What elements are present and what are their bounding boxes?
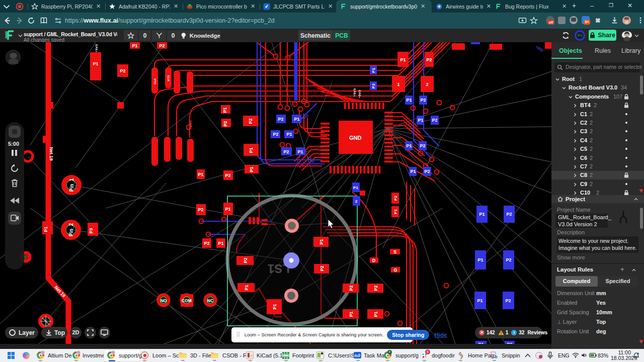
svg-text:GND: GND [349,135,362,141]
svg-text:P1: P1 [479,212,485,217]
svg-text:P1: P1 [319,239,324,244]
svg-text:P1: P1 [406,98,412,103]
svg-text:P2: P2 [159,43,165,48]
svg-text:P1: P1 [349,311,354,317]
svg-text:P2: P2 [420,143,425,148]
svg-text:NO: NO [160,298,167,303]
svg-text:2: 2 [426,82,428,87]
svg-text:P1: P1 [297,149,303,154]
svg-text:P2: P2 [120,68,125,73]
svg-text:P2: P2 [225,173,230,178]
svg-text:P2: P2 [420,98,426,103]
svg-text:P1: P1 [373,311,378,317]
svg-text:P2: P2 [432,118,437,123]
svg-text:P2: P2 [243,257,248,263]
svg-text:CLK: CLK [167,75,170,82]
svg-text:P1: P1 [272,304,277,309]
svg-text:P2: P2 [248,118,253,124]
svg-text:P2: P2 [198,207,203,212]
svg-text:Net 19: Net 19 [53,285,66,299]
svg-text:P2: P2 [273,132,278,137]
svg-text:P1: P1 [410,169,416,174]
svg-text:P1: P1 [43,226,48,232]
svg-text:EAE+: EAE+ [353,88,356,97]
svg-text:P3: P3 [89,228,94,233]
svg-text:EAE+: EAE+ [95,44,98,52]
svg-text:P2: P2 [506,257,511,262]
svg-text:P1: P1 [225,207,230,212]
svg-text:NC: NC [207,298,213,303]
svg-text:D: D [372,258,376,263]
svg-text:P2: P2 [373,285,378,291]
svg-text:P2: P2 [319,265,325,271]
svg-text:P1: P1 [132,43,137,48]
svg-text:P1: P1 [249,166,254,172]
svg-text:P2: P2 [426,57,432,62]
svg-text:P1: P1 [353,186,358,190]
svg-text:GND: GND [189,120,192,127]
svg-text:P1: P1 [477,257,483,262]
svg-text:P1: P1 [249,147,254,153]
svg-text:P1: P1 [393,209,398,214]
svg-text:P1: P1 [286,132,292,137]
svg-text:P2: P2 [204,241,209,246]
svg-text:P2: P2 [393,196,398,201]
svg-text:P2: P2 [223,121,228,126]
svg-text:P2: P2 [283,149,289,154]
svg-text:S: S [393,249,396,254]
svg-text:P1: P1 [222,107,227,113]
svg-text:P2: P2 [278,117,283,122]
svg-text:P1: P1 [218,241,223,246]
svg-text:G: G [393,267,397,273]
svg-text:P1: P1 [198,172,203,177]
svg-text:EAE+: EAE+ [358,90,361,98]
svg-text:COM: COM [182,298,192,303]
svg-text:Pin_2: Pin_2 [68,223,74,236]
svg-text:P2: P2 [349,285,354,291]
svg-text:P1: P1 [244,285,249,290]
svg-text:P2: P2 [505,298,511,303]
svg-text:P1: P1 [294,117,299,122]
svg-text:P1: P1 [400,57,406,62]
svg-text:P1: P1 [371,68,376,73]
svg-text:P2: P2 [424,169,430,174]
svg-text:P1: P1 [406,143,412,148]
svg-text:Net 19: Net 19 [49,147,54,160]
svg-text:P1: P1 [418,118,423,123]
svg-text:+3V3: +3V3 [535,45,544,52]
svg-text:Pin_1: Pin_1 [69,178,74,192]
svg-text:VTC: VTC [153,78,156,85]
svg-text:P2: P2 [371,83,376,88]
svg-text:P2: P2 [506,212,512,217]
svg-text:1: 1 [397,82,399,87]
svg-text:P1: P1 [477,298,482,303]
svg-text:2: 2 [355,199,358,204]
svg-text:P1: P1 [93,61,98,66]
